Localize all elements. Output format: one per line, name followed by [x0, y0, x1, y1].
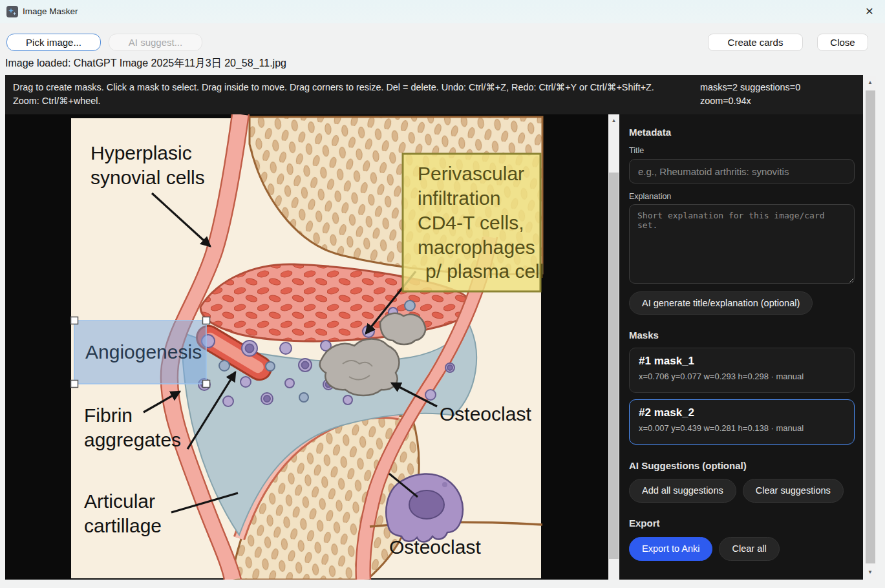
- mask-counters: masks=2 suggestions=0 zoom=0.94x: [700, 81, 855, 114]
- mask-2-details: x=0.007 y=0.439 w=0.281 h=0.138 · manual: [639, 423, 845, 433]
- canvas-scroll-thumb[interactable]: [609, 173, 619, 559]
- instructions-text: Drag to create masks. Click a mask to se…: [13, 81, 699, 114]
- label-hyperplasic: Hyperplasic: [91, 142, 192, 163]
- instructions-line1: Drag to create masks. Click a mask to se…: [13, 81, 699, 94]
- mask-handle-top-left[interactable]: [71, 317, 78, 324]
- mask-handle-bottom-left[interactable]: [71, 381, 78, 388]
- window-scroll-thumb[interactable]: [866, 90, 875, 563]
- image-loaded-status: Image loaded: ChatGPT Image 2025年11月3日 2…: [5, 57, 286, 70]
- osteoclast-clump-large: [320, 339, 400, 396]
- label-hyperplasic-2: synovial cells: [91, 167, 205, 188]
- osteoclast-cell: [386, 474, 463, 541]
- label-osteoclast-bottom: Osteoclast: [389, 536, 481, 558]
- properties-sidebar: Metadata Title Explanation AI generate t…: [619, 114, 863, 580]
- window-scroll-up-icon[interactable]: ▲: [864, 78, 876, 88]
- mask-handle-top-right[interactable]: [203, 317, 210, 324]
- ai-generate-button[interactable]: AI generate title/explanation (optional): [629, 291, 813, 315]
- label-articular: Articular: [84, 490, 155, 512]
- mask-1-title: #1 mask_1: [639, 355, 845, 368]
- label-fibrin-2: aggregates: [84, 429, 181, 450]
- window-scrollbar[interactable]: ▲ ▼: [864, 76, 876, 580]
- label-perivascular-5: p/ plasma cell: [425, 260, 544, 282]
- label-perivascular-1: Perivascular: [418, 163, 524, 184]
- clear-suggestions-button[interactable]: Clear suggestions: [743, 479, 844, 503]
- mask-editor-canvas[interactable]: Hyperplasic synovial cells Fibrin aggreg…: [5, 114, 608, 580]
- label-perivascular-3: CD4-T cells,: [418, 212, 524, 233]
- osteoclast-clump-small: [380, 313, 425, 344]
- export-to-anki-button[interactable]: Export to Anki: [629, 537, 712, 561]
- ai-suggest-button[interactable]: AI suggest...: [109, 34, 202, 51]
- joint-illustration: Hyperplasic synovial cells Fibrin aggreg…: [71, 118, 541, 578]
- mask-1-details: x=0.706 y=0.077 w=0.293 h=0.298 · manual: [639, 372, 845, 381]
- metadata-heading: Metadata: [629, 127, 855, 138]
- instruction-bar: Drag to create masks. Click a mask to se…: [5, 75, 863, 114]
- app-icon: [6, 6, 18, 17]
- ai-suggestions-heading: AI Suggestions (optional): [629, 460, 855, 471]
- counters-line2: zoom=0.94x: [700, 94, 855, 108]
- explanation-textarea[interactable]: [629, 204, 855, 284]
- mask-2-overlay-selected[interactable]: Angiogenesis: [71, 317, 210, 388]
- explanation-label: Explanation: [629, 192, 855, 201]
- instructions-line2: Zoom: Ctrl/⌘+wheel.: [13, 94, 699, 108]
- mask-list-item-2[interactable]: #2 mask_2 x=0.007 y=0.439 w=0.281 h=0.13…: [629, 399, 855, 445]
- label-osteoclast-right: Osteoclast: [440, 403, 531, 425]
- label-perivascular-4: macrophages: [418, 236, 535, 258]
- export-heading: Export: [629, 518, 855, 529]
- title-bar: Image Masker ×: [0, 0, 885, 23]
- mask-list-item-1[interactable]: #1 mask_1 x=0.706 y=0.077 w=0.293 h=0.29…: [629, 348, 855, 393]
- mask-handle-bottom-right[interactable]: [203, 381, 210, 388]
- close-button[interactable]: Close: [817, 34, 868, 51]
- window-title: Image Masker: [23, 6, 78, 16]
- canvas-scroll-up-icon[interactable]: ▲: [608, 116, 619, 126]
- label-articular-2: cartillage: [84, 515, 162, 536]
- label-perivascular-2: infiltration: [418, 187, 500, 209]
- create-cards-button[interactable]: Create cards: [708, 34, 803, 51]
- add-all-suggestions-button[interactable]: Add all suggestions: [629, 479, 736, 503]
- label-angiogenesis: Angiogenesis: [85, 341, 202, 362]
- mask-2-title: #2 mask_2: [639, 406, 845, 419]
- mask-1-overlay[interactable]: Perivascular infiltration CD4-T cells, m…: [403, 154, 544, 291]
- label-fibrin: Fibrin: [84, 404, 133, 426]
- window-scroll-down-icon[interactable]: ▼: [864, 567, 876, 578]
- counters-line1: masks=2 suggestions=0: [700, 81, 855, 94]
- pick-image-button[interactable]: Pick image...: [6, 34, 101, 51]
- clear-all-button[interactable]: Clear all: [719, 537, 779, 561]
- title-label: Title: [629, 146, 855, 155]
- title-input[interactable]: [629, 159, 855, 184]
- canvas-scrollbar[interactable]: ▲: [608, 114, 619, 580]
- masks-heading: Masks: [629, 330, 855, 341]
- window-close-icon[interactable]: ×: [859, 2, 880, 21]
